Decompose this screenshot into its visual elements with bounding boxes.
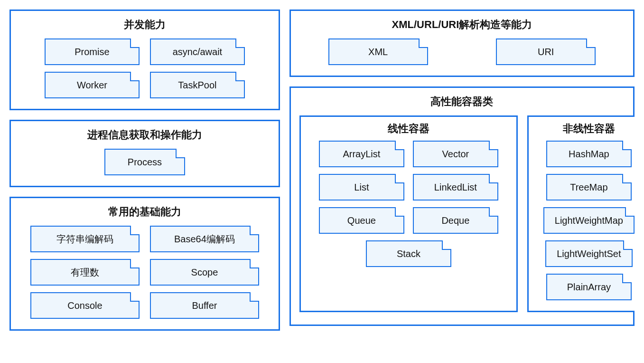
chip-rational: 有理数 (30, 259, 140, 286)
subpanel-title-linear: 线性容器 (308, 122, 509, 136)
chips-basic: 字符串编解码 Base64编解码 有理数 Scope Console Buffe… (19, 226, 270, 319)
chip-worker: Worker (45, 72, 140, 98)
chip-lightweightset: LightWeightSet (545, 240, 632, 267)
panel-title-basic: 常用的基础能力 (19, 205, 270, 219)
chip-deque: Deque (413, 207, 498, 234)
subpanel-nonlinear: 非线性容器 HashMap TreeMap LightWeightMap Lig… (527, 115, 635, 312)
chip-uri: URI (496, 38, 596, 65)
subpanel-title-nonlinear: 非线性容器 (536, 122, 635, 136)
chip-base64-codec: Base64编解码 (150, 226, 259, 252)
chip-process: Process (104, 149, 185, 175)
subpanels: 线性容器 ArrayList Vector List LinkedList Qu… (299, 115, 625, 312)
chip-treemap: TreeMap (546, 174, 632, 201)
chip-vector: Vector (413, 141, 498, 167)
panel-title-hp-containers: 高性能容器类 (299, 95, 625, 109)
chip-buffer: Buffer (150, 292, 259, 319)
panel-process: 进程信息获取和操作能力 Process (9, 120, 280, 187)
panel-title-concurrency: 并发能力 (19, 18, 270, 32)
chip-string-codec: 字符串编解码 (30, 226, 140, 252)
chip-stack: Stack (366, 240, 451, 267)
chip-promise: Promise (45, 38, 140, 65)
chips-nonlinear: HashMap TreeMap LightWeightMap LightWeig… (536, 141, 635, 300)
panel-title-process: 进程信息获取和操作能力 (19, 128, 270, 142)
chip-queue: Queue (319, 207, 404, 234)
panel-hp-containers: 高性能容器类 线性容器 ArrayList Vector List Linked… (289, 86, 635, 326)
chip-console: Console (30, 292, 140, 319)
chip-hashmap: HashMap (546, 141, 632, 167)
chip-async-await: async/await (150, 38, 245, 65)
chip-taskpool: TaskPool (150, 72, 245, 98)
panel-concurrency: 并发能力 Promise async/await Worker TaskPool (9, 10, 280, 110)
chip-list: List (319, 174, 404, 201)
chips-concurrency: Promise async/await Worker TaskPool (19, 38, 270, 98)
chip-plainarray: PlainArray (546, 274, 632, 300)
chip-linkedlist: LinkedList (413, 174, 498, 201)
chip-lightweightmap: LightWeightMap (543, 207, 635, 234)
panel-basic: 常用的基础能力 字符串编解码 Base64编解码 有理数 Scope Conso… (9, 197, 280, 331)
chips-linear: ArrayList Vector List LinkedList Queue D… (308, 141, 509, 267)
chip-xml: XML (328, 38, 428, 65)
right-column: XML/URL/URI解析构造等能力 XML URI 高性能容器类 线性容器 A… (289, 10, 635, 331)
panel-parsing: XML/URL/URI解析构造等能力 XML URI (289, 10, 635, 77)
chip-arraylist: ArrayList (319, 141, 404, 167)
subpanel-linear: 线性容器 ArrayList Vector List LinkedList Qu… (299, 115, 518, 312)
diagram-root: 并发能力 Promise async/await Worker TaskPool… (9, 10, 635, 331)
chips-process: Process (19, 149, 270, 175)
left-column: 并发能力 Promise async/await Worker TaskPool… (9, 10, 280, 331)
panel-title-parsing: XML/URL/URI解析构造等能力 (299, 18, 625, 32)
chips-parsing: XML URI (299, 38, 625, 65)
chip-scope: Scope (150, 259, 259, 286)
